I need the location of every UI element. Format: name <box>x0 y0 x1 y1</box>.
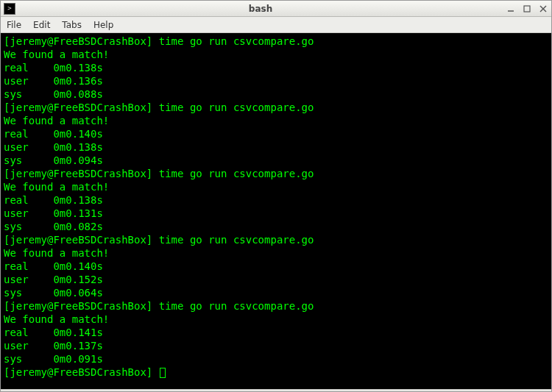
window-bottom-border <box>1 389 551 391</box>
cursor <box>160 368 166 378</box>
close-icon <box>539 5 547 13</box>
menubar: File Edit Tabs Help <box>1 17 551 33</box>
minimize-icon <box>507 5 514 13</box>
maximize-button[interactable] <box>519 1 535 16</box>
titlebar: bash <box>1 1 551 17</box>
close-button[interactable] <box>535 1 551 16</box>
menu-edit[interactable]: Edit <box>27 18 56 32</box>
window-controls <box>503 1 551 16</box>
svg-rect-1 <box>524 6 530 12</box>
terminal-output[interactable]: [jeremy@FreeBSDCrashBox] time go run csv… <box>1 33 551 389</box>
menu-tabs[interactable]: Tabs <box>56 18 88 32</box>
maximize-icon <box>523 5 531 13</box>
terminal-window: bash File Edit Tabs Help [jeremy@FreeBSD… <box>0 0 552 392</box>
window-title: bash <box>18 4 503 14</box>
minimize-button[interactable] <box>503 1 519 16</box>
menu-file[interactable]: File <box>1 18 27 32</box>
menu-help[interactable]: Help <box>88 18 119 32</box>
app-icon <box>4 3 15 15</box>
